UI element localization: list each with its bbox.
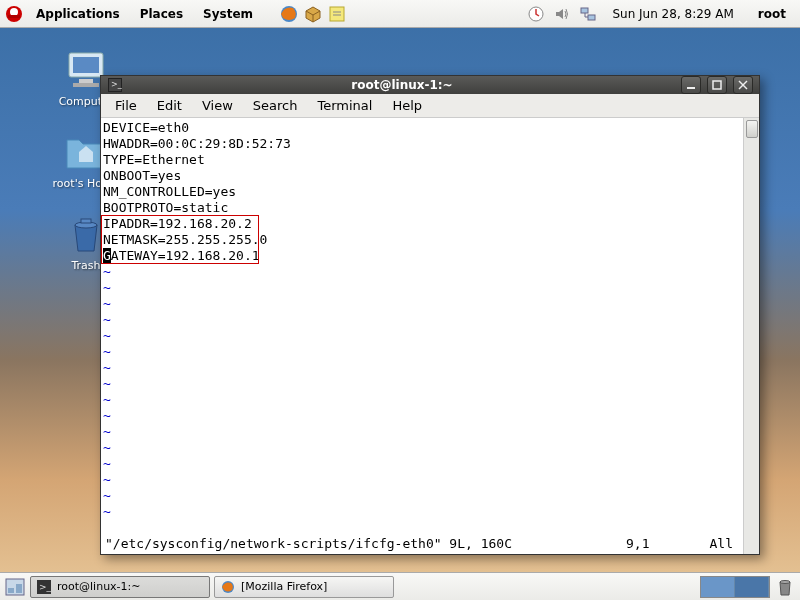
window-title: root@linux-1:~ bbox=[129, 78, 675, 92]
svg-text:>_: >_ bbox=[111, 80, 122, 89]
menu-search[interactable]: Search bbox=[243, 94, 308, 117]
svg-rect-20 bbox=[713, 81, 721, 89]
network-icon[interactable] bbox=[578, 4, 598, 24]
update-icon[interactable] bbox=[526, 4, 546, 24]
terminal-icon: >_ bbox=[107, 77, 123, 93]
svg-rect-8 bbox=[581, 8, 588, 13]
firefox-icon bbox=[221, 580, 235, 594]
svg-rect-11 bbox=[73, 57, 99, 73]
clock[interactable]: Sun Jun 28, 8:29 AM bbox=[604, 7, 741, 21]
minimize-button[interactable] bbox=[681, 76, 701, 94]
firefox-launcher-icon[interactable] bbox=[279, 4, 299, 24]
bottom-panel: >_ root@linux-1:~ [Mozilla Firefox] bbox=[0, 572, 800, 600]
menu-applications[interactable]: Applications bbox=[28, 3, 128, 25]
workspace-1[interactable] bbox=[701, 577, 735, 597]
menu-edit[interactable]: Edit bbox=[147, 94, 192, 117]
menu-terminal[interactable]: Terminal bbox=[307, 94, 382, 117]
close-button[interactable] bbox=[733, 76, 753, 94]
terminal-body[interactable]: DEVICE=eth0 HWADDR=00:0C:29:8D:52:73 TYP… bbox=[101, 118, 759, 554]
window-titlebar[interactable]: >_ root@linux-1:~ bbox=[101, 76, 759, 94]
svg-rect-15 bbox=[81, 219, 91, 223]
scrollbar[interactable] bbox=[743, 118, 759, 554]
menu-view[interactable]: View bbox=[192, 94, 243, 117]
menu-places[interactable]: Places bbox=[132, 3, 191, 25]
package-icon[interactable] bbox=[303, 4, 323, 24]
vim-cursor: G bbox=[103, 248, 111, 264]
taskbar-item-terminal[interactable]: >_ root@linux-1:~ bbox=[30, 576, 210, 598]
svg-text:>_: >_ bbox=[39, 582, 51, 592]
volume-icon[interactable] bbox=[552, 4, 572, 24]
menu-file[interactable]: File bbox=[105, 94, 147, 117]
workspace-2[interactable] bbox=[735, 577, 769, 597]
top-panel: Applications Places System Sun Jun 28, 8… bbox=[0, 0, 800, 28]
terminal-content[interactable]: DEVICE=eth0 HWADDR=00:0C:29:8D:52:73 TYP… bbox=[101, 118, 743, 554]
terminal-window: >_ root@linux-1:~ File Edit View Search … bbox=[100, 75, 760, 555]
svg-point-1 bbox=[10, 8, 18, 16]
svg-point-29 bbox=[780, 580, 790, 583]
terminal-menubar: File Edit View Search Terminal Help bbox=[101, 94, 759, 118]
svg-rect-9 bbox=[588, 15, 595, 20]
workspace-switcher[interactable] bbox=[700, 576, 770, 598]
maximize-button[interactable] bbox=[707, 76, 727, 94]
trash-tray-icon[interactable] bbox=[774, 576, 796, 598]
scrollbar-thumb[interactable] bbox=[746, 120, 758, 138]
menu-help[interactable]: Help bbox=[382, 94, 432, 117]
svg-rect-4 bbox=[330, 7, 344, 21]
svg-rect-2 bbox=[8, 15, 20, 18]
taskbar-item-firefox[interactable]: [Mozilla Firefox] bbox=[214, 576, 394, 598]
svg-rect-25 bbox=[16, 584, 22, 593]
taskbar-label: root@linux-1:~ bbox=[57, 580, 141, 593]
svg-rect-13 bbox=[73, 83, 99, 87]
vim-status-line: "/etc/sysconfig/network-scripts/ifcfg-et… bbox=[105, 536, 739, 552]
svg-rect-12 bbox=[79, 79, 93, 83]
taskbar-label: [Mozilla Firefox] bbox=[241, 580, 327, 593]
terminal-icon: >_ bbox=[37, 580, 51, 594]
show-desktop-icon[interactable] bbox=[4, 576, 26, 598]
distro-icon[interactable] bbox=[4, 4, 24, 24]
menu-system[interactable]: System bbox=[195, 3, 261, 25]
user-menu[interactable]: root bbox=[748, 7, 796, 21]
svg-rect-24 bbox=[8, 588, 14, 593]
notes-icon[interactable] bbox=[327, 4, 347, 24]
